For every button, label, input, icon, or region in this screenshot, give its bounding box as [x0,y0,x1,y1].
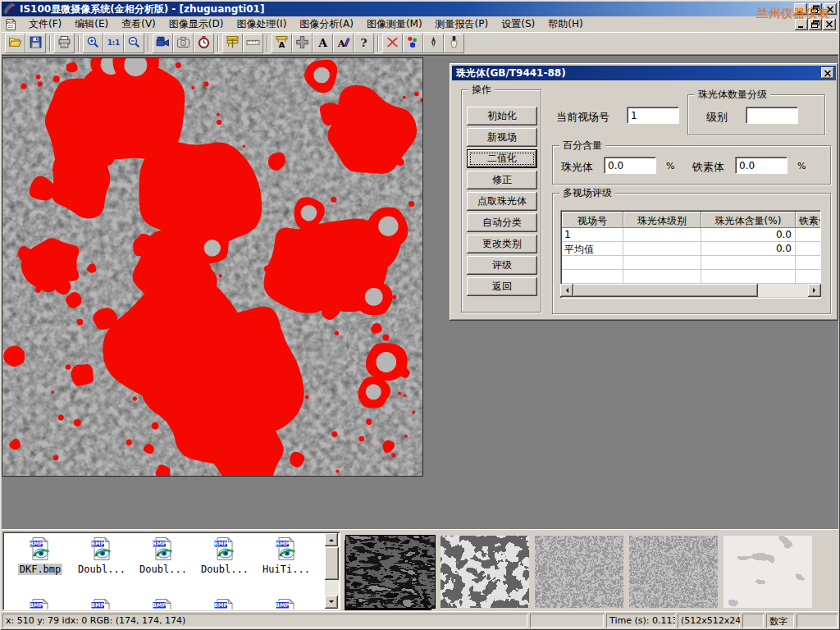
toolbar-zoom-in-button[interactable] [83,34,103,53]
file-item-HuiTi...[interactable]: BMPHuiTi... [256,536,317,575]
menu-item-2[interactable]: 查看(V) [115,16,162,31]
menu-item-7[interactable]: 测量报告(P) [429,16,495,31]
menu-item-1[interactable]: 编辑(E) [68,16,115,31]
table-row-2[interactable] [562,256,821,270]
horizontal-scroll-thumb[interactable] [573,284,758,297]
video-camera-icon [156,35,170,52]
sample-thumbnail-1[interactable] [346,536,435,608]
pearlite-label: 珠光体 [561,160,593,175]
table-row-0[interactable]: 10.0 [562,228,821,242]
file-scroll-down-button[interactable] [325,596,338,609]
table-header-cell[interactable]: 铁素体含量(%) [796,212,821,228]
toolbar-text-edit-button[interactable]: A [333,34,354,53]
table-cell [701,256,796,270]
table-cell: 1 [562,228,623,242]
svg-text:1:1: 1:1 [107,39,120,47]
file-item-Doubl...[interactable]: BMPDoubl... [71,536,132,575]
table-row-1[interactable]: 平均值0.0 [562,242,821,256]
file-scroll-thumb[interactable] [325,547,339,580]
table-cell: 0.0 [701,242,796,256]
toolbar-caliper-button[interactable] [222,34,243,53]
grade-input[interactable] [746,107,798,124]
menu-item-4[interactable]: 图像处理(I) [230,16,293,31]
camera-capture-icon [176,35,190,52]
menu-item-8[interactable]: 设置(S) [495,16,541,31]
toolbar-classify-points-button[interactable] [403,34,423,53]
toolbar-brush-tool-button[interactable] [444,34,464,53]
app-icon [3,2,16,16]
close-button[interactable] [824,3,837,15]
toolbar-help-button[interactable]: ? [354,34,374,53]
toolbar-video-camera-button[interactable] [153,34,173,53]
toolbar-curve-tool-button[interactable] [382,34,403,53]
op-button-0[interactable]: 初始化 [467,107,537,126]
toolbar-measure-label-button[interactable]: A [272,34,292,53]
scroll-left-button[interactable] [560,284,573,297]
minimize-button[interactable] [794,3,807,15]
bmp-file-icon: BMP [194,536,255,564]
op-button-2[interactable]: 二值化 [467,149,537,168]
toolbar-camera-capture-button[interactable] [173,34,194,53]
file-item-partial[interactable]: BMP [194,598,255,610]
toolbar-text-annotate-button[interactable]: A [313,34,333,53]
table-header-cell[interactable]: 视场号 [562,212,623,228]
file-item-Doubl...[interactable]: BMPDoubl... [133,536,194,575]
op-button-8[interactable]: 返回 [467,277,537,296]
timer-icon [197,35,211,52]
menu-item-9[interactable]: 帮助(H) [541,16,589,31]
toolbar-save-file-button[interactable] [25,34,46,53]
dialog-title-bar[interactable]: 珠光体(GB/T9441-88) [452,66,836,80]
table-cell [623,256,701,270]
table-header-cell[interactable]: 珠光体级别 [623,212,701,228]
file-item-partial[interactable]: BMP [71,598,132,610]
document-icon[interactable]: DOC [4,18,17,31]
menu-item-3[interactable]: 图像显示(D) [162,16,231,31]
menu-item-6[interactable]: 图像测量(M) [360,16,429,31]
dialog-close-button[interactable] [821,67,834,79]
child-restore-button[interactable] [809,19,822,30]
file-item-DKF.bmp[interactable]: BMPDKF.bmp [10,536,71,575]
sample-thumbnail-2[interactable] [441,536,529,608]
toolbar-open-file-button[interactable] [5,34,25,53]
child-minimize-button[interactable] [795,19,808,30]
text-edit-icon: A [336,35,350,52]
sample-thumbnail-3[interactable] [535,536,623,608]
op-button-7[interactable]: 评级 [467,256,537,275]
menu-item-5[interactable]: 图像分析(A) [293,16,360,31]
operation-group: 操作 初始化新视场二值化修正点取珠光体自动分类更改类别评级返回 [461,89,541,313]
grade-group: 珠光体数量分级 级别 [687,94,825,135]
file-item-partial[interactable]: BMP [133,598,194,610]
pearlite-percent-input[interactable]: 0.0 [604,157,656,174]
op-button-3[interactable]: 修正 [467,171,537,189]
op-button-5[interactable]: 自动分类 [467,213,537,232]
toolbar-print-button[interactable] [54,34,75,53]
file-scroll-up-button[interactable] [325,533,338,546]
menu-item-0[interactable]: 文件(F) [22,16,68,31]
svg-text:BMP: BMP [153,541,166,547]
toolbar-timer-button[interactable] [194,34,214,53]
child-close-button[interactable] [823,19,836,30]
ferrite-percent-input[interactable]: 0.0 [735,157,788,174]
file-item-partial[interactable]: BMP [10,598,71,610]
micrograph-image[interactable] [2,57,423,477]
table-cell [562,256,623,270]
table-header-cell[interactable]: 珠光体含量(%) [701,212,796,228]
current-field-input[interactable]: 1 [627,107,679,124]
toolbar-ruler-button[interactable] [243,34,263,53]
toolbar-actual-size-button[interactable]: 1:1 [103,34,124,53]
restore-button[interactable] [809,3,822,15]
toolbar-move-grid-button[interactable] [292,34,313,53]
toolbar-zoom-out-button[interactable] [124,34,144,53]
sample-thumbnail-5[interactable] [724,536,812,608]
svg-text:A: A [337,38,346,49]
svg-text:BMP: BMP [30,602,43,609]
file-item-partial[interactable]: BMP [256,598,317,610]
scroll-right-button[interactable] [808,284,821,297]
op-button-1[interactable]: 新视场 [467,128,537,147]
op-button-4[interactable]: 点取珠光体 [467,192,537,211]
table-row-3[interactable] [562,270,821,284]
file-item-Doubl...[interactable]: BMPDoubl... [194,536,255,575]
toolbar-pen-tool-button[interactable] [423,34,444,53]
sample-thumbnail-4[interactable] [629,536,718,608]
op-button-6[interactable]: 更改类别 [467,235,537,253]
